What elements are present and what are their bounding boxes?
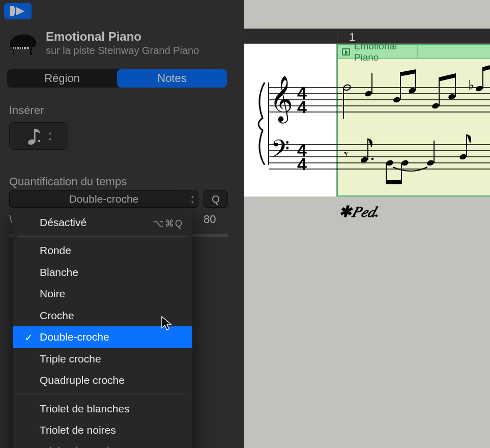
menu-item[interactable]: Noire bbox=[13, 283, 192, 304]
quantize-value: Double-croche bbox=[69, 193, 139, 205]
menu-item-label: Blanche bbox=[40, 266, 78, 278]
menu-item-deactivated[interactable]: Désactivé ⌥⌘Q bbox=[13, 212, 192, 233]
region-tab[interactable]: Emotional Piano bbox=[338, 45, 490, 59]
segment-notes[interactable]: Notes bbox=[117, 69, 227, 88]
svg-rect-13 bbox=[30, 50, 32, 55]
svg-point-63 bbox=[459, 153, 468, 160]
ruler-tick bbox=[337, 29, 337, 43]
insert-label: Insérer bbox=[9, 104, 44, 117]
stepper-up-icon: ▴ bbox=[191, 194, 194, 199]
menu-item[interactable]: Quadruple croche bbox=[13, 370, 192, 391]
stepper-down-icon: ▾ bbox=[49, 136, 51, 142]
velocity-left-char: \ bbox=[9, 213, 12, 226]
svg-rect-9 bbox=[21, 47, 22, 49]
stepper-arrows[interactable]: ▴ ▾ bbox=[191, 194, 194, 205]
menu-item-label: Quadruple croche bbox=[40, 374, 125, 386]
svg-rect-6 bbox=[14, 47, 15, 49]
segment-region[interactable]: Région bbox=[7, 69, 117, 88]
svg-point-55 bbox=[371, 158, 374, 160]
filter-play-button[interactable] bbox=[4, 3, 32, 19]
svg-point-38 bbox=[393, 96, 401, 103]
menu-item-selected[interactable]: ✓Double-croche bbox=[13, 326, 192, 348]
quantize-select[interactable]: Double-croche ▴ ▾ bbox=[9, 190, 198, 208]
svg-rect-7 bbox=[16, 47, 17, 49]
svg-text:4: 4 bbox=[297, 154, 307, 174]
menu-item[interactable]: Triolet de blanches bbox=[13, 398, 192, 419]
svg-marker-51 bbox=[482, 65, 490, 71]
svg-rect-10 bbox=[23, 47, 24, 49]
filter-play-icon bbox=[9, 6, 26, 16]
svg-point-36 bbox=[364, 90, 373, 97]
svg-point-44 bbox=[448, 93, 456, 100]
grand-piano-icon bbox=[7, 31, 39, 55]
region-title: Emotional Piano bbox=[46, 30, 199, 44]
svg-point-43 bbox=[431, 102, 440, 109]
svg-marker-42 bbox=[400, 69, 416, 76]
svg-marker-60 bbox=[386, 180, 402, 184]
svg-marker-1 bbox=[16, 7, 24, 15]
view-segmented-control: Région Notes bbox=[7, 69, 227, 88]
region-subtitle: sur la piste Steinway Grand Piano bbox=[46, 45, 199, 57]
menu-item-label: Ronde bbox=[40, 244, 71, 256]
menu-item-label: Double-croche bbox=[40, 331, 109, 343]
svg-point-49 bbox=[475, 85, 484, 92]
quantize-menu: Désactivé ⌥⌘Q Ronde Blanche Noire Croche… bbox=[13, 209, 192, 448]
region-play-icon bbox=[342, 48, 350, 55]
stepper-down-icon: ▾ bbox=[191, 200, 194, 205]
velocity-value: 80 bbox=[204, 213, 216, 226]
menu-item-label: Triple croche bbox=[40, 353, 101, 365]
svg-point-53 bbox=[360, 156, 369, 163]
menu-item-label: Triolet de noires bbox=[40, 424, 116, 436]
menu-item[interactable]: Triolet de noires bbox=[13, 419, 192, 441]
menu-item[interactable]: Blanche bbox=[13, 262, 192, 283]
menu-shortcut: ⌥⌘Q bbox=[153, 217, 183, 230]
svg-text:𝄞: 𝄞 bbox=[270, 76, 293, 124]
menu-item[interactable]: Triolet de croches bbox=[13, 441, 192, 448]
region-tick bbox=[417, 45, 418, 59]
insert-note-picker[interactable]: ▴ ▾ bbox=[9, 122, 68, 150]
menu-item-label: Désactivé bbox=[40, 216, 87, 228]
check-icon: ✓ bbox=[24, 330, 33, 345]
menu-item[interactable]: Croche bbox=[13, 305, 192, 326]
svg-text:♭: ♭ bbox=[468, 77, 474, 93]
stepper-arrows[interactable]: ▴ ▾ bbox=[49, 130, 51, 142]
svg-text:𝄢: 𝄢 bbox=[271, 135, 290, 168]
region-header: Emotional Piano sur la piste Steinway Gr… bbox=[7, 30, 199, 57]
menu-item[interactable]: Triple croche bbox=[13, 348, 192, 370]
apply-quantize-button[interactable]: Q bbox=[204, 190, 228, 208]
grand-staff: 𝄞 𝄢 4 4 4 4 ♭ 𝄾 bbox=[244, 58, 490, 190]
score-area: 1 Emotional Piano 𝄞 bbox=[244, 0, 490, 448]
svg-rect-12 bbox=[13, 50, 14, 55]
menu-divider bbox=[18, 236, 187, 237]
pedal-marking: ✱𝑃𝑒𝑑. bbox=[339, 203, 379, 221]
svg-point-39 bbox=[408, 87, 417, 94]
menu-item-label: Triolet de blanches bbox=[40, 403, 130, 414]
svg-point-61 bbox=[426, 159, 435, 166]
svg-rect-11 bbox=[26, 47, 27, 49]
menu-item-label: Croche bbox=[40, 310, 74, 321]
stepper-up-icon: ▴ bbox=[49, 130, 51, 135]
svg-rect-8 bbox=[19, 47, 20, 49]
svg-marker-47 bbox=[439, 73, 456, 81]
menu-divider bbox=[18, 395, 187, 395]
svg-point-16 bbox=[38, 140, 40, 142]
svg-point-56 bbox=[386, 159, 394, 166]
menu-item-label: Triolet de croches bbox=[40, 445, 124, 448]
svg-text:4: 4 bbox=[297, 97, 307, 117]
svg-point-57 bbox=[401, 159, 410, 166]
quantize-label: Quantification du temps bbox=[9, 175, 127, 188]
eighth-note-icon bbox=[26, 126, 44, 146]
menu-item[interactable]: Ronde bbox=[13, 240, 192, 261]
menu-item-label: Noire bbox=[40, 288, 65, 299]
